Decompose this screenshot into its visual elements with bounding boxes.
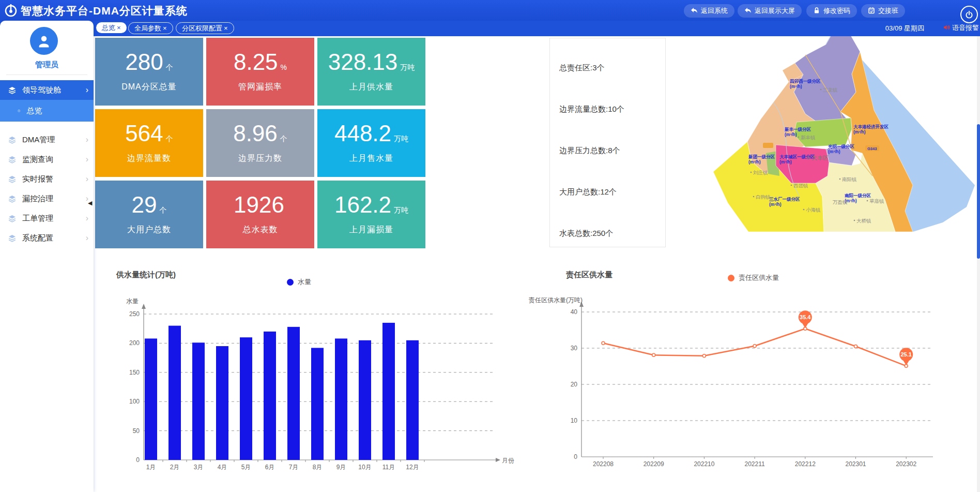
stat-cards: 280个DMA分区总量 8.25%管网漏损率 328.13万吨上月供水量 564… [95, 38, 425, 248]
sidebar-item-overview[interactable]: ○ 总览 [0, 100, 94, 122]
sidebar-item-realtime-alarm[interactable]: 实时报警 › [0, 169, 94, 189]
tab-zone-permission[interactable]: 分区权限配置× [176, 22, 234, 34]
speaker-icon [943, 24, 951, 33]
svg-text:0: 0 [136, 456, 140, 464]
map-region-label: 四卯酉一级分区 [790, 79, 821, 84]
user-icon [36, 33, 52, 49]
stat-card-leak-lastmonth: 162.2万吨上月漏损量 [317, 181, 425, 248]
svg-text:40: 40 [571, 308, 578, 316]
chevron-right-icon: › [86, 135, 88, 144]
bar [359, 340, 371, 460]
stat-card-total-meters: 1926总水表数 [206, 181, 314, 248]
scrollbar-thumb[interactable] [977, 124, 980, 259]
svg-text:12月: 12月 [406, 464, 419, 471]
map-town-label: 万盈镇 [833, 199, 848, 205]
line-point [702, 354, 706, 357]
bar [287, 327, 300, 460]
voice-alarm[interactable]: 语音报警 [943, 23, 979, 33]
map-road-badge-label: G343 [867, 146, 877, 151]
svg-text:10: 10 [571, 417, 578, 424]
chevron-right-icon: › [86, 85, 88, 95]
stat-card-big-users: 29个大用户总数 [95, 181, 203, 248]
bullet-icon: ○ [18, 108, 20, 113]
power-button[interactable] [960, 6, 978, 23]
app-title: 智慧水务平台-DMA分区计量系统 [21, 4, 188, 18]
chevron-right-icon: › [86, 214, 88, 223]
map-town-label: 草庙镇 [869, 198, 884, 204]
stat-card-sale-lastmonth: 448.2万吨上月售水量 [317, 109, 425, 177]
scrollbar-track[interactable] [977, 36, 980, 492]
app-header: 智慧水务平台-DMA分区计量系统 返回系统 返回展示大屏 修改密码 交接班 [0, 0, 980, 21]
avatar[interactable] [30, 27, 58, 55]
stat-card-boundary-flow: 564个边界流量数 [95, 109, 203, 177]
summary-item: 水表总数:250个 [559, 229, 663, 238]
legend-dot [287, 279, 294, 286]
map-town-label: 刘庄镇 [753, 170, 768, 175]
sidebar-item-workorder[interactable]: 工单管理 › [0, 208, 94, 228]
map-region-unit: (m³/h) [779, 159, 792, 165]
svg-text:2月: 2月 [170, 464, 180, 471]
svg-text:35.4: 35.4 [800, 314, 811, 320]
sidebar-item-system-config[interactable]: 系统配置 › [0, 228, 94, 248]
svg-text:7月: 7月 [289, 464, 299, 471]
sidebar-item-leak-control[interactable]: 漏控治理 › [0, 189, 94, 208]
back-to-system-button[interactable]: 返回系统 [684, 4, 734, 18]
district-map[interactable]: G343 四卯酉一级分区 (m³/h) 新丰一级分区 (m³/h) 新团一级分区… [670, 25, 980, 242]
sidebar-item-dma[interactable]: DMA管理 › [0, 130, 94, 150]
tab-close-icon[interactable]: × [117, 24, 121, 32]
bar [264, 332, 276, 460]
svg-text:0: 0 [574, 453, 577, 460]
svg-text:202211: 202211 [745, 460, 765, 468]
map-region-unit: (m³/h) [828, 149, 840, 154]
date-text: 03/09 星期四 [885, 24, 924, 33]
svg-text:202209: 202209 [644, 460, 664, 468]
sidebar: 管理员 领导驾驶舱 › ○ 总览 DMA管理 › 监测查询 › 实时报警 › [0, 21, 94, 492]
map-region-label: 新团一级分区 [748, 154, 775, 159]
change-password-button[interactable]: 修改密码 [806, 4, 857, 18]
sidebar-item-cockpit[interactable]: 领导驾驶舱 › [0, 80, 94, 100]
tab-close-icon[interactable]: × [224, 24, 228, 32]
shift-handover-button[interactable]: 交接班 [861, 4, 905, 18]
svg-text:200: 200 [129, 339, 140, 347]
bar [145, 338, 157, 460]
legend-dot [728, 275, 734, 281]
svg-text:5月: 5月 [241, 464, 251, 471]
svg-text:202301: 202301 [845, 460, 866, 468]
map-region-label: 光明一级分区 [828, 144, 855, 149]
user-name: 管理员 [0, 60, 94, 70]
svg-text:202208: 202208 [593, 460, 614, 468]
summary-item: 边界流量总数:10个 [559, 105, 663, 114]
tab-overview[interactable]: 总览× [96, 22, 127, 33]
sidebar-item-monitor-query[interactable]: 监测查询 › [0, 150, 94, 169]
divider [6, 74, 87, 75]
map-city-label: 大丰区 [811, 155, 829, 161]
tab-close-icon[interactable]: × [163, 24, 167, 32]
line-chart-legend[interactable]: 责任区供水量 [728, 273, 779, 282]
tab-global-params[interactable]: 全局参数× [128, 22, 173, 34]
app-logo-icon [4, 3, 18, 20]
back-to-bigscreen-button[interactable]: 返回展示大屏 [738, 4, 802, 18]
layers-icon [8, 195, 16, 203]
back-arrow-icon [744, 7, 752, 16]
calendar-icon [868, 7, 875, 16]
line-point [753, 345, 756, 348]
map-town-label: 小海镇 [806, 207, 821, 213]
bar-chart-legend[interactable]: 水量 [287, 277, 311, 287]
lock-icon [813, 7, 820, 16]
bar [240, 337, 252, 460]
svg-text:10月: 10月 [358, 464, 371, 471]
bar [216, 346, 228, 460]
map-region-unit: (m³/h) [790, 84, 802, 89]
svg-text:8月: 8月 [313, 464, 323, 471]
layers-icon [8, 86, 16, 94]
summary-item: 边界压力总数:8个 [559, 146, 663, 156]
bar [335, 338, 347, 460]
svg-text:1月: 1月 [146, 464, 156, 471]
svg-text:水量: 水量 [126, 297, 139, 305]
bar [192, 342, 205, 460]
svg-text:20: 20 [571, 381, 578, 388]
bar [311, 348, 324, 460]
bar [406, 340, 419, 460]
sidebar-collapse-handle[interactable]: ◀ [88, 200, 92, 206]
stat-card-supply-lastmonth: 328.13万吨上月供水量 [317, 38, 425, 106]
